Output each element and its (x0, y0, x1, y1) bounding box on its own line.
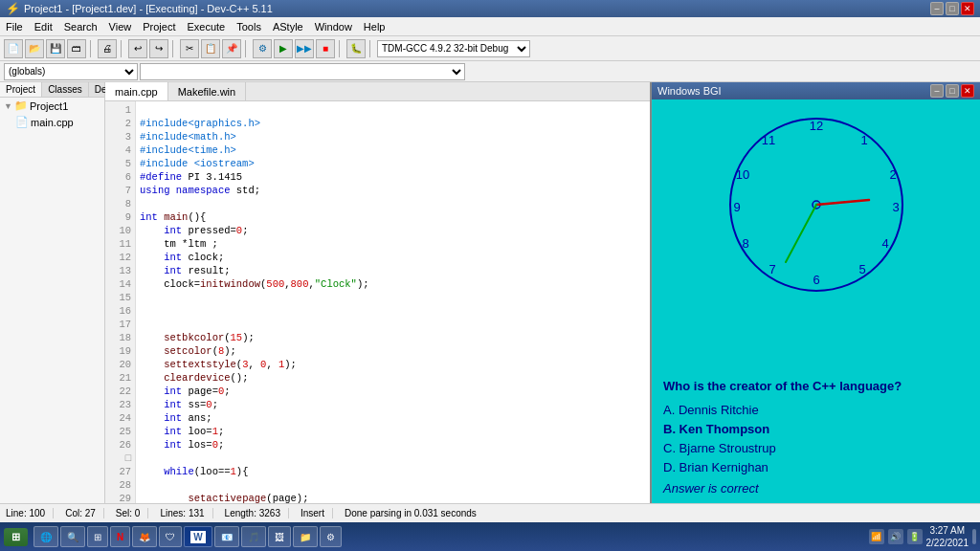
toolbar-btn-compile[interactable]: ⚙ (253, 39, 272, 58)
toolbar-btn-open[interactable]: 📂 (25, 39, 44, 58)
status-message: Done parsing in 0.031 seconds (345, 508, 477, 518)
separator-1 (90, 40, 94, 57)
tab-makefile[interactable]: Makefile.win (168, 82, 247, 100)
code-area[interactable]: 12345678910 11121314151617181920 2122232… (105, 101, 650, 503)
photos-icon: 🖼 (275, 532, 284, 542)
bgi-minimize-button[interactable]: – (930, 84, 944, 98)
toolbar-btn-debug[interactable]: 🐛 (346, 39, 366, 58)
menu-edit[interactable]: Edit (29, 19, 58, 34)
menu-tools[interactable]: Tools (231, 19, 267, 34)
tree-file-main[interactable]: 📄 main.cpp (0, 114, 104, 130)
taskbar-app-search[interactable]: 🔍 (60, 526, 85, 547)
taskbar-app-store[interactable]: ⊞ (87, 526, 108, 547)
status-length: Length: 3263 (225, 508, 289, 518)
toolbar-btn-redo[interactable]: ↪ (149, 39, 168, 58)
status-lines: Lines: 131 (160, 508, 212, 518)
menu-execute[interactable]: Execute (181, 19, 231, 34)
scope-combo[interactable]: (globals) (4, 63, 138, 80)
tab-project[interactable]: Project (0, 82, 42, 97)
svg-line-14 (816, 200, 869, 205)
taskbar-app-n[interactable]: N (110, 526, 130, 547)
close-button[interactable]: ✕ (961, 2, 974, 15)
toolbar-btn-undo[interactable]: ↩ (128, 39, 147, 58)
taskbar-app-shield[interactable]: 🛡 (159, 526, 182, 547)
menu-view[interactable]: View (103, 19, 138, 34)
tray-volume[interactable]: 🔊 (888, 529, 903, 544)
project-icon: 📁 (14, 99, 28, 112)
svg-text:3: 3 (892, 200, 899, 214)
separator-6 (369, 40, 373, 57)
svg-text:2: 2 (889, 167, 896, 182)
separator-4 (245, 40, 249, 57)
status-sel: Sel: 0 (116, 508, 149, 518)
bgi-maximize-button[interactable]: □ (946, 84, 959, 98)
tab-classes[interactable]: Classes (42, 82, 89, 97)
svg-text:6: 6 (813, 273, 819, 287)
start-button[interactable]: ⊞ (4, 528, 28, 546)
firefox-icon: 🦊 (139, 532, 150, 542)
taskbar-app-browser[interactable]: 🌐 (33, 526, 58, 547)
minimize-button[interactable]: – (930, 2, 944, 15)
menu-project[interactable]: Project (137, 19, 181, 34)
separator-3 (172, 40, 176, 57)
taskbar-app-word[interactable]: W (184, 526, 212, 547)
quiz-answer: Answer is correct (663, 481, 969, 496)
toolbar-btn-paste[interactable]: 📌 (222, 39, 241, 58)
menu-search[interactable]: Search (58, 19, 103, 34)
quiz-question: Who is the creator of the C++ language? (663, 379, 969, 393)
menu-window[interactable]: Window (309, 19, 358, 34)
tab-main-cpp[interactable]: main.cpp (105, 82, 168, 100)
toolbar-btn-save-all[interactable]: 🗃 (67, 39, 86, 58)
quiz-option-b: B. Ken Thompson (663, 420, 969, 439)
taskbar-app-music[interactable]: 🎵 (241, 526, 266, 547)
quiz-option-c: C. Bjarne Stroustrup (663, 439, 969, 458)
music-icon: 🎵 (248, 532, 259, 542)
toolbar-btn-compile-run[interactable]: ▶▶ (295, 39, 314, 58)
files-icon: 📁 (300, 532, 311, 542)
toolbar-btn-run[interactable]: ▶ (274, 39, 293, 58)
taskbar-app-settings[interactable]: ⚙ (320, 526, 342, 547)
toolbar-btn-cut[interactable]: ✂ (180, 39, 199, 58)
menu-help[interactable]: Help (358, 19, 391, 34)
taskbar-app-mail[interactable]: 📧 (214, 526, 239, 547)
toolbar-1: 📄 📂 💾 🗃 🖨 ↩ ↪ ✂ 📋 📌 ⚙ ▶ ▶▶ ■ 🐛 TDM-GCC 4… (0, 36, 980, 61)
svg-text:8: 8 (742, 236, 748, 251)
clock-svg: 12 1 2 3 4 5 6 7 8 9 10 11 (721, 109, 912, 300)
taskbar-app-photos[interactable]: 🖼 (268, 526, 291, 547)
svg-text:12: 12 (809, 119, 822, 133)
toolbar-btn-save[interactable]: 💾 (46, 39, 65, 58)
project-name: Project1 (30, 100, 68, 112)
tree-root[interactable]: ▼ 📁 Project1 (0, 98, 104, 114)
bgi-content: 12 1 2 3 4 5 6 7 8 9 10 11 (652, 99, 980, 503)
tray-clock: 3:27 AM 2/22/2021 (926, 524, 969, 549)
maximize-button[interactable]: □ (946, 2, 959, 15)
toolbar-btn-stop[interactable]: ■ (316, 39, 335, 58)
title-bar: ⚡ Project1 - [Project1.dev] - [Executing… (0, 0, 980, 17)
tray-show-desktop[interactable] (972, 529, 976, 544)
menu-bar: File Edit Search View Project Execute To… (0, 17, 980, 36)
code-content[interactable]: #include<graphics.h> #include<math.h> #i… (136, 101, 650, 503)
bgi-close-button[interactable]: ✕ (961, 84, 974, 98)
toolbar-btn-print[interactable]: 🖨 (98, 39, 117, 58)
taskbar-app-firefox[interactable]: 🦊 (132, 526, 157, 547)
window-title: Project1 - [Project1.dev] - [Executing] … (24, 3, 273, 14)
toolbar-btn-new[interactable]: 📄 (4, 39, 23, 58)
compiler-combo[interactable]: TDM-GCC 4.9.2 32-bit Debug (377, 40, 530, 57)
tray-network[interactable]: 📶 (869, 529, 884, 544)
toolbar-btn-copy[interactable]: 📋 (201, 39, 220, 58)
expand-icon: ▼ (4, 101, 12, 111)
bgi-window: Windows BGI – □ ✕ 12 (650, 82, 980, 503)
left-panel-tabs: Project Classes Debug (0, 82, 104, 98)
menu-astyle[interactable]: AStyle (267, 19, 309, 34)
svg-text:9: 9 (733, 200, 740, 214)
quiz-option-a: A. Dennis Ritchie (663, 401, 969, 420)
taskbar-app-files[interactable]: 📁 (293, 526, 318, 547)
status-mode: Insert (301, 508, 333, 518)
tray-battery[interactable]: 🔋 (907, 529, 923, 544)
separator-5 (339, 40, 343, 57)
settings-icon: ⚙ (326, 532, 335, 542)
menu-file[interactable]: File (0, 19, 29, 34)
status-bar: Line: 100 Col: 27 Sel: 0 Lines: 131 Leng… (0, 503, 980, 522)
function-combo[interactable] (140, 63, 465, 80)
clock-date-display: 2/22/2021 (926, 537, 969, 549)
